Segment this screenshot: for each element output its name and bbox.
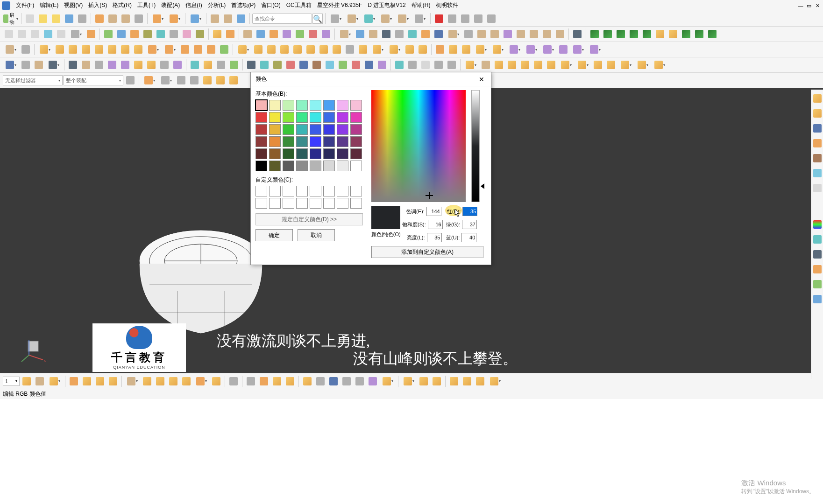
- wcs-icon[interactable]: ▾: [3, 59, 19, 71]
- r-input[interactable]: [462, 207, 477, 216]
- sel-2-icon[interactable]: ▾: [142, 74, 157, 86]
- redo-button[interactable]: ▾: [167, 13, 183, 25]
- basic-swatch[interactable]: [296, 100, 308, 111]
- feat-29-icon[interactable]: [404, 43, 416, 56]
- tb4-39-icon[interactable]: ▾: [558, 59, 574, 71]
- grid-icon[interactable]: [20, 59, 32, 71]
- surf-3-icon[interactable]: [367, 28, 379, 40]
- rb-9-icon[interactable]: [812, 233, 823, 245]
- basic-swatch[interactable]: [310, 112, 321, 123]
- feat-3-icon[interactable]: ▾: [37, 43, 53, 56]
- rb-13-icon[interactable]: [812, 293, 823, 305]
- basic-swatch[interactable]: [255, 112, 267, 123]
- tb4-14-icon[interactable]: [215, 59, 227, 71]
- feat-39-icon[interactable]: [557, 43, 569, 56]
- menu-assembly[interactable]: 装配(A): [158, 1, 183, 9]
- feat-5-icon[interactable]: [67, 43, 79, 56]
- feat-20-icon[interactable]: [278, 43, 291, 56]
- bb-33-icon[interactable]: ▾: [487, 375, 503, 387]
- basic-swatch[interactable]: [255, 136, 267, 147]
- tb4-15-icon[interactable]: [228, 59, 240, 71]
- feat-33-icon[interactable]: [460, 43, 472, 56]
- basic-swatch[interactable]: [337, 161, 348, 171]
- rb-4-icon[interactable]: [812, 137, 823, 149]
- tb4-31-icon[interactable]: [446, 59, 458, 71]
- rb-1-icon[interactable]: [812, 92, 823, 105]
- multi-view-button[interactable]: ▾: [395, 13, 411, 25]
- basic-swatch[interactable]: [283, 100, 294, 111]
- print-button[interactable]: [76, 13, 88, 25]
- spline-icon[interactable]: [29, 28, 41, 40]
- basic-swatch[interactable]: [310, 161, 321, 171]
- draw-8-icon[interactable]: [194, 28, 206, 40]
- rb-7-icon[interactable]: [812, 182, 823, 194]
- feat-13-icon[interactable]: [179, 43, 191, 56]
- feat-2-icon[interactable]: [20, 43, 32, 56]
- open-recent-button[interactable]: [50, 13, 62, 25]
- basic-swatch[interactable]: [350, 124, 362, 135]
- rb-5-icon[interactable]: [812, 152, 823, 164]
- feat-37-icon[interactable]: ▾: [524, 43, 539, 56]
- tb4-34-icon[interactable]: [493, 59, 505, 71]
- basic-swatch[interactable]: [283, 148, 294, 159]
- bb-3-icon[interactable]: ▾: [47, 375, 63, 387]
- surf-10-icon[interactable]: [462, 28, 475, 40]
- menu-help[interactable]: 帮助(H): [409, 1, 433, 9]
- bb-30-icon[interactable]: [448, 375, 460, 387]
- basic-swatch[interactable]: [269, 148, 281, 159]
- tb4-13-icon[interactable]: [202, 59, 214, 71]
- lum-input[interactable]: [427, 233, 442, 242]
- bb-28-icon[interactable]: [418, 375, 430, 387]
- tb4-43-icon[interactable]: ▾: [618, 59, 634, 71]
- bb-5-icon[interactable]: [81, 375, 93, 387]
- basic-swatch[interactable]: [337, 124, 348, 135]
- surf-15-icon[interactable]: [528, 28, 540, 40]
- menu-window[interactable]: 窗口(O): [258, 1, 283, 9]
- define-custom-button[interactable]: 规定自定义颜色(D) >>: [255, 213, 363, 225]
- excel-3-icon[interactable]: [615, 28, 627, 40]
- feat-15-icon[interactable]: [205, 43, 217, 56]
- feat-8-icon[interactable]: [106, 43, 118, 56]
- menu-file[interactable]: 文件(F): [13, 1, 37, 9]
- feat-4-icon[interactable]: [54, 43, 66, 56]
- spring-icon[interactable]: ▾: [68, 28, 84, 40]
- basic-swatch[interactable]: [269, 112, 281, 123]
- tb1-c[interactable]: [235, 13, 247, 25]
- tb4-32-icon[interactable]: ▾: [463, 59, 479, 71]
- excel-7-icon[interactable]: [693, 28, 705, 40]
- curve-5-icon[interactable]: [294, 28, 306, 40]
- hue-input[interactable]: [426, 207, 441, 216]
- tb4-29-icon[interactable]: [419, 59, 432, 71]
- basic-swatch[interactable]: [269, 124, 281, 135]
- basic-swatch[interactable]: [337, 136, 348, 147]
- tb4-30-icon[interactable]: [433, 59, 445, 71]
- feat-26-icon[interactable]: [357, 43, 369, 56]
- basic-swatch[interactable]: [296, 124, 308, 135]
- bb-15-icon[interactable]: [227, 375, 240, 387]
- feat-19-icon[interactable]: [265, 43, 277, 56]
- tb4-40-icon[interactable]: ▾: [575, 59, 591, 71]
- basic-swatch[interactable]: [323, 112, 335, 123]
- draw-2-icon[interactable]: [115, 28, 128, 40]
- basic-swatch[interactable]: [350, 148, 362, 159]
- bb-24-icon[interactable]: [354, 375, 366, 387]
- minimize-button[interactable]: —: [797, 2, 804, 9]
- globe-button[interactable]: ▾: [362, 13, 377, 25]
- luminance-slider[interactable]: [471, 90, 480, 202]
- draw-4-icon[interactable]: [142, 28, 154, 40]
- cut-button[interactable]: [93, 13, 106, 25]
- basic-swatch[interactable]: [283, 161, 294, 171]
- delete-button[interactable]: [133, 13, 145, 25]
- feat-32-icon[interactable]: [447, 43, 459, 56]
- sel-6-icon[interactable]: [201, 74, 213, 86]
- surf-9-icon[interactable]: ▾: [446, 28, 461, 40]
- feat-41-icon[interactable]: ▾: [587, 43, 603, 56]
- custom-swatch[interactable]: [337, 186, 348, 196]
- bb-4-icon[interactable]: [68, 375, 80, 387]
- surf-12-icon[interactable]: [489, 28, 501, 40]
- undo-button[interactable]: ▾: [150, 13, 166, 25]
- feat-35-icon[interactable]: ▾: [490, 43, 506, 56]
- record-button[interactable]: [433, 13, 445, 25]
- bb-2-icon[interactable]: [34, 375, 46, 387]
- fill-button[interactable]: ▾: [412, 13, 428, 25]
